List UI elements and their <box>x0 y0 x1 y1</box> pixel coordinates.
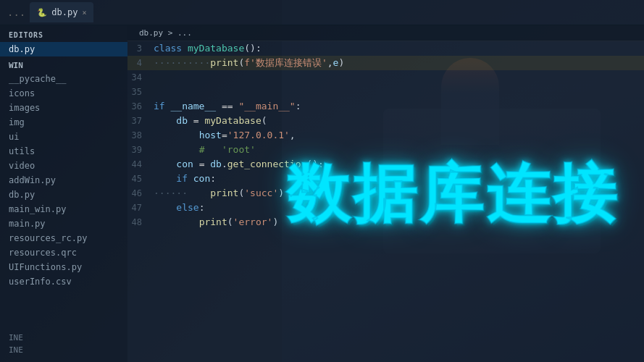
sidebar-item-img[interactable]: img <box>0 115 127 130</box>
sidebar-item-db[interactable]: db.py <box>0 188 127 202</box>
footer-item-1: INE <box>0 332 127 344</box>
tab-label: db.py <box>51 7 78 17</box>
code-line-36: 36 if __name__ == "__main__": <box>127 99 644 114</box>
code-line-44: 44 con = db.get_connection(); <box>127 157 644 172</box>
tab-close-button[interactable]: × <box>82 9 86 17</box>
code-line-37: 37 db = myDatabase( <box>127 114 644 128</box>
footer-item-2: INE <box>0 344 127 356</box>
sidebar-item-uifunctions[interactable]: UIFunctions.py <box>0 260 127 274</box>
code-line-48: 48 print('error') <box>127 215 644 230</box>
sidebar-item-icons[interactable]: icons <box>0 86 127 101</box>
active-tab[interactable]: 🐍 db.py × <box>30 2 93 22</box>
sidebar-item-addwin[interactable]: addWin.py <box>0 173 127 188</box>
sidebar-item-ui[interactable]: ui <box>0 130 127 144</box>
breadcrumb: db.py > ... <box>127 25 644 41</box>
tab-bar: ... 🐍 db.py × <box>0 0 644 25</box>
code-line-45: 45 if con: <box>127 172 644 186</box>
app-container: ... 🐍 db.py × EDITORS db.py WIN __pycach… <box>0 0 644 362</box>
sidebar-bottom: INE INE <box>0 332 127 362</box>
code-line-34: 34 <box>127 70 644 85</box>
win-section-label: WIN <box>0 56 127 72</box>
sidebar-item-mainwin[interactable]: main_win.py <box>0 202 127 216</box>
code-line-39: 39 # 'root' <box>127 143 644 157</box>
code-line-38: 38 host='127.0.0.1', <box>127 128 644 143</box>
sidebar-item-utils[interactable]: utils <box>0 144 127 159</box>
sidebar-active-file: db.py <box>9 44 35 54</box>
python-file-icon: 🐍 <box>37 8 47 17</box>
sidebar-item-main[interactable]: main.py <box>0 216 127 231</box>
sidebar-item-video[interactable]: video <box>0 159 127 173</box>
sidebar-item-db-py[interactable]: db.py <box>0 42 127 56</box>
code-line-47: 47 else: <box>127 201 644 215</box>
code-line-3: 3 class myDatabase(): <box>127 41 644 56</box>
content-area: EDITORS db.py WIN __pycache__ icons imag… <box>0 25 644 362</box>
code-line-46: 46 ······ print('succ') <box>127 186 644 201</box>
code-line-35: 35 <box>127 85 644 99</box>
sidebar-item-images[interactable]: images <box>0 101 127 115</box>
code-content[interactable]: 3 class myDatabase(): 4 ··········print(… <box>127 41 644 362</box>
sidebar-item-resources-qrc[interactable]: resources.qrc <box>0 245 127 260</box>
editors-label: EDITORS <box>0 25 127 42</box>
sidebar: EDITORS db.py WIN __pycache__ icons imag… <box>0 25 127 362</box>
tab-ellipsis: ... <box>3 7 30 18</box>
code-line-4: 4 ··········print(f'数据库连接错误',e) <box>127 56 644 70</box>
sidebar-item-userinfo[interactable]: userInfo.csv <box>0 274 127 289</box>
sidebar-item-resources-rc[interactable]: resources_rc.py <box>0 231 127 245</box>
editor-area: db.py > ... 3 class myDatabase(): 4 ····… <box>127 25 644 362</box>
sidebar-item-pycache[interactable]: __pycache__ <box>0 72 127 86</box>
